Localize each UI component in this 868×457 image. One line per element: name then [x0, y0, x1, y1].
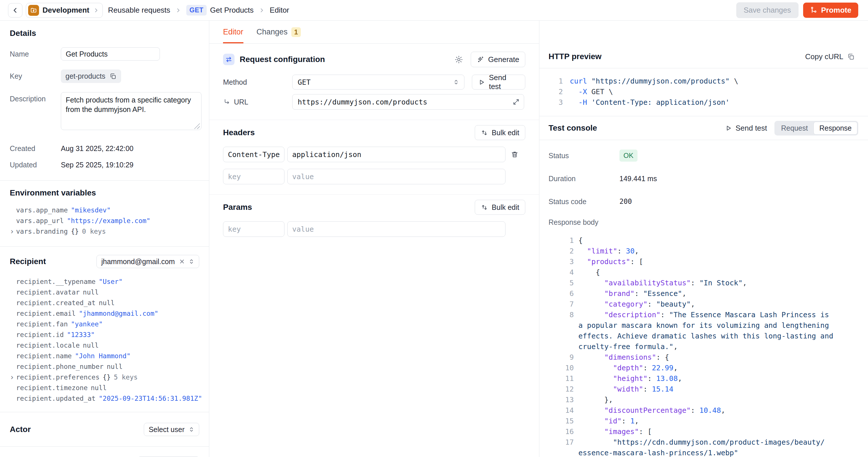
response-body-code: 1{2 "limit": 30,3 "products": [4 {5 "ava…: [539, 235, 868, 457]
swap-arrows-icon: [223, 54, 235, 65]
header-key-input[interactable]: [223, 147, 284, 162]
description-textarea[interactable]: Fetch products from a specific category …: [61, 92, 202, 130]
variable-row: recipient.created_atnull: [16, 298, 199, 308]
back-button[interactable]: [8, 3, 22, 18]
recipient-title: Recipient: [10, 257, 46, 266]
code-line: 1curl "https://dummyjson.com/products" \: [539, 76, 868, 86]
variable-row: recipient.__typename"User": [16, 276, 199, 287]
code-line: 16 "images": [: [539, 426, 868, 437]
updown-chevron-icon: [188, 426, 195, 433]
variable-row[interactable]: ›vars.branding{}0 keys: [16, 226, 199, 237]
status-row: Status OK: [549, 149, 855, 162]
gear-icon[interactable]: [454, 55, 463, 64]
header-value-input-empty[interactable]: [287, 169, 505, 184]
return-arrow-icon: [223, 98, 230, 105]
copy-icon[interactable]: [110, 72, 117, 80]
send-test-button[interactable]: Send test: [472, 74, 525, 90]
chevron-right-icon: [175, 7, 182, 14]
test-console-header: Test console Send test Request Response: [539, 116, 868, 140]
response-tab[interactable]: Response: [813, 122, 857, 134]
breadcrumb-requests[interactable]: Reusable requests: [108, 6, 170, 14]
expand-icon[interactable]: [513, 98, 520, 105]
changes-count-badge: 1: [291, 27, 301, 37]
project-switcher[interactable]: Development: [26, 3, 103, 18]
request-response-toggle: Request Response: [774, 121, 858, 135]
description-field-row: Description Fetch products from a specif…: [10, 92, 199, 131]
response-body-label: Response body: [549, 218, 855, 226]
bulk-edit-label: Bulk edit: [492, 129, 519, 137]
swap-vertical-icon: [481, 129, 488, 136]
tab-changes[interactable]: Changes 1: [257, 21, 301, 43]
recipient-section: Recipient jhammond@gmail.com: [0, 255, 209, 404]
header-key-input-empty[interactable]: [223, 169, 284, 184]
url-value: https://dummyjson.com/products: [298, 98, 427, 106]
code-line: essence-mascara-lash-princess/1.webp": [539, 448, 868, 457]
updated-label: Updated: [10, 161, 61, 169]
request-config-header: Request configuration Generate: [223, 52, 525, 67]
param-value-input[interactable]: [287, 221, 505, 237]
code-line: cruelty-free formula.",: [539, 341, 868, 352]
console-send-test-label: Send test: [735, 124, 767, 133]
trash-icon[interactable]: [510, 150, 519, 158]
actor-select[interactable]: Select user: [144, 423, 199, 436]
key-label: Key: [10, 69, 61, 80]
headers-bulk-edit-button[interactable]: Bulk edit: [475, 125, 525, 140]
chevron-right-icon[interactable]: ›: [10, 372, 14, 383]
save-changes-button[interactable]: Save changes: [736, 2, 799, 18]
method-select[interactable]: GET: [292, 74, 464, 90]
code-line: 10 "depth": 22.99,: [539, 363, 868, 373]
code-line: 13 },: [539, 394, 868, 405]
promote-button[interactable]: Promote: [803, 3, 858, 18]
generate-button[interactable]: Generate: [471, 52, 525, 67]
curl-code-block: 1curl "https://dummyjson.com/products" \…: [539, 68, 868, 116]
environment-section: Environment variables vars.app_name"mike…: [0, 188, 209, 237]
param-key-input[interactable]: [223, 221, 284, 237]
method-value: GET: [298, 78, 311, 86]
breadcrumb-request-item[interactable]: GET Get Products: [186, 5, 254, 16]
project-label: Development: [42, 6, 89, 14]
http-preview-header: HTTP preview Copy cURL: [539, 21, 868, 68]
folder-icon: [28, 5, 39, 16]
updated-value: Sep 25 2025, 19:10:29: [61, 161, 133, 169]
divider: [0, 412, 209, 412]
request-tab[interactable]: Request: [775, 122, 813, 134]
code-line: 9 "dimensions": {: [539, 352, 868, 363]
headers-title: Headers: [223, 128, 255, 137]
chevron-right-icon[interactable]: ›: [10, 226, 14, 237]
recipient-select[interactable]: jhammond@gmail.com: [96, 255, 199, 268]
method-row: Method GET Send test: [223, 74, 525, 90]
copy-curl-button[interactable]: Copy cURL: [805, 52, 855, 61]
recipient-tree: recipient.__typename"User"recipient.avat…: [10, 276, 199, 404]
code-line: 2 -X GET \: [539, 86, 868, 97]
swap-vertical-icon: [481, 204, 488, 211]
method-badge: GET: [186, 5, 207, 16]
sparkles-icon: [477, 56, 485, 63]
preview-panel: HTTP preview Copy cURL 1curl "https://du…: [539, 21, 868, 457]
params-bulk-edit-button[interactable]: Bulk edit: [475, 200, 525, 215]
environment-title: Environment variables: [10, 188, 199, 197]
clear-icon[interactable]: [179, 258, 185, 265]
variable-row: recipient.name"John Hammond": [16, 351, 199, 361]
environment-tree: vars.app_name"mikesdev"vars.app_url"http…: [10, 205, 199, 237]
play-icon: [478, 79, 485, 86]
editor-tabs: Editor Changes 1: [209, 21, 539, 43]
divider: [0, 246, 209, 247]
topbar-actions: Save changes Promote: [736, 2, 858, 18]
duration-value: 149.441 ms: [619, 175, 657, 183]
url-input[interactable]: https://dummyjson.com/products: [292, 94, 524, 110]
name-input[interactable]: [61, 48, 160, 61]
editor-main: Editor Changes 1 Request configuration: [209, 21, 539, 457]
promote-label: Promote: [821, 6, 851, 14]
console-send-test-button[interactable]: Send test: [725, 124, 767, 133]
url-label: URL: [234, 98, 248, 106]
created-value: Aug 31 2025, 22:42:00: [61, 144, 133, 153]
tab-editor[interactable]: Editor: [223, 21, 243, 43]
tab-editor-label: Editor: [223, 28, 243, 36]
status-code-row: Status code 200: [549, 195, 855, 208]
variable-row[interactable]: ›recipient.preferences{}5 keys: [16, 372, 199, 383]
variable-row: recipient.updated_at"2025-09-23T14:56:31…: [16, 393, 199, 404]
bulk-edit-label: Bulk edit: [492, 203, 519, 212]
header-value-input[interactable]: [287, 147, 505, 162]
variable-row: recipient.id"12333": [16, 330, 199, 340]
tab-changes-label: Changes: [257, 28, 288, 36]
